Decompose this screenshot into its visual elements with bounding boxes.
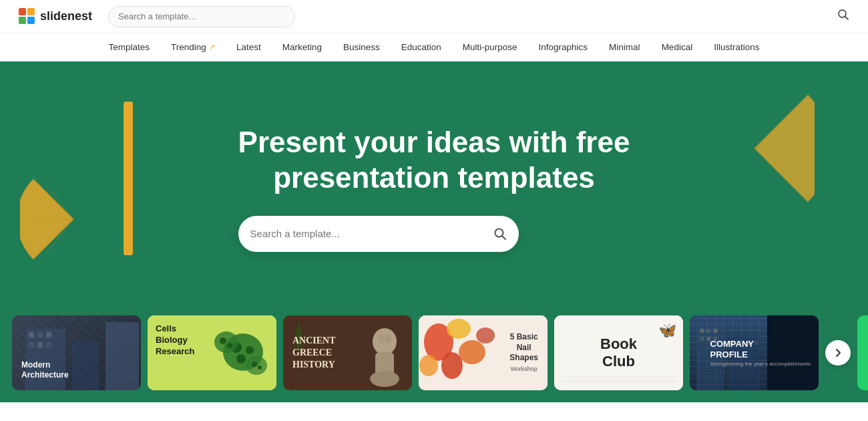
svg-rect-18 bbox=[37, 342, 43, 347]
card-3-title: ANCIENTGREECEHISTORY bbox=[292, 335, 336, 372]
svg-rect-17 bbox=[29, 342, 34, 347]
nav-trending[interactable]: Trending ↗ bbox=[171, 42, 215, 52]
card-4-title: 5 BasicNailShapesWorkshop bbox=[509, 332, 538, 374]
main-nav: Templates Trending ↗ Latest Marketing Bu… bbox=[0, 33, 868, 61]
svg-point-24 bbox=[214, 331, 238, 353]
card-2-title: CellsBiologyResearch bbox=[156, 323, 195, 358]
svg-point-39 bbox=[419, 355, 438, 376]
svg-point-23 bbox=[236, 354, 246, 364]
card-book-club[interactable]: BookClub 🦋 bbox=[554, 315, 683, 390]
svg-point-26 bbox=[227, 343, 232, 348]
nav-templates[interactable]: Templates bbox=[109, 42, 150, 52]
deco-right-shape bbox=[694, 88, 815, 211]
svg-point-29 bbox=[258, 366, 262, 370]
svg-point-36 bbox=[447, 319, 471, 339]
svg-rect-14 bbox=[29, 332, 34, 337]
hero-search-container bbox=[238, 216, 519, 252]
svg-point-37 bbox=[459, 340, 485, 364]
hero-banner: Present your ideas with free presentatio… bbox=[0, 61, 868, 315]
logo-text: slidenest bbox=[40, 9, 92, 23]
search-icon bbox=[493, 227, 507, 241]
svg-line-5 bbox=[845, 17, 849, 20]
logo[interactable]: slidenest bbox=[19, 8, 92, 25]
svg-rect-47 bbox=[713, 329, 717, 333]
card-6-subtitle: Strengthening the year's accomplishments bbox=[710, 361, 811, 368]
svg-point-25 bbox=[220, 337, 226, 344]
deco-left-shape bbox=[20, 166, 127, 275]
svg-rect-48 bbox=[700, 337, 704, 341]
hero-search-input[interactable] bbox=[250, 228, 493, 239]
nav-marketing[interactable]: Marketing bbox=[282, 42, 322, 52]
svg-rect-45 bbox=[700, 329, 704, 333]
book-lines bbox=[561, 374, 676, 387]
card-6-title: COMPANYPROFILE Strengthening the year's … bbox=[710, 339, 811, 368]
trending-arrow-icon: ↗ bbox=[209, 43, 215, 51]
chevron-right-icon bbox=[833, 347, 843, 358]
nav-latest[interactable]: Latest bbox=[236, 42, 261, 52]
header-search-input[interactable] bbox=[108, 6, 295, 27]
biology-blobs bbox=[213, 322, 273, 382]
card-5-title: BookClub bbox=[600, 335, 637, 371]
hero-title: Present your ideas with free presentatio… bbox=[238, 125, 630, 196]
card-company-profile[interactable]: COMPANYPROFILE Strengthening the year's … bbox=[690, 315, 819, 390]
nav-minimal[interactable]: Minimal bbox=[609, 42, 640, 52]
svg-point-28 bbox=[252, 362, 257, 367]
svg-point-22 bbox=[246, 346, 254, 354]
svg-rect-3 bbox=[27, 17, 35, 24]
logo-icon bbox=[19, 8, 36, 25]
svg-rect-19 bbox=[46, 342, 51, 347]
template-cards-section: ModernArchitecture CellsBiologyResearch bbox=[0, 315, 868, 402]
nav-illustrations[interactable]: Illustrations bbox=[714, 42, 759, 52]
card-partial-preview bbox=[857, 315, 868, 390]
svg-point-30 bbox=[373, 328, 397, 355]
hero-search-button[interactable] bbox=[493, 227, 507, 241]
card-cells-biology[interactable]: CellsBiologyResearch bbox=[148, 315, 276, 390]
svg-rect-12 bbox=[72, 342, 99, 390]
svg-point-32 bbox=[370, 371, 399, 387]
butterfly-icon: 🦋 bbox=[658, 322, 676, 339]
hero-content: Present your ideas with free presentatio… bbox=[238, 125, 630, 252]
nav-education[interactable]: Education bbox=[401, 42, 441, 52]
svg-point-38 bbox=[441, 352, 463, 379]
svg-rect-16 bbox=[46, 332, 51, 337]
header: slidenest bbox=[0, 0, 868, 33]
svg-point-34 bbox=[385, 334, 391, 343]
bust-icon bbox=[363, 327, 407, 390]
card-1-title: ModernArchitecture bbox=[21, 360, 69, 381]
card-modern-architecture[interactable]: ModernArchitecture bbox=[12, 315, 141, 390]
svg-rect-13 bbox=[105, 322, 139, 390]
svg-point-33 bbox=[378, 334, 385, 343]
nav-infographics[interactable]: Infographics bbox=[539, 42, 588, 52]
nav-business[interactable]: Business bbox=[343, 42, 380, 52]
card-ancient-greece[interactable]: ANCIENTGREECEHISTORY bbox=[283, 315, 412, 390]
svg-rect-46 bbox=[706, 329, 710, 333]
svg-rect-15 bbox=[37, 332, 43, 337]
header-search-icon[interactable] bbox=[837, 9, 849, 24]
svg-rect-2 bbox=[19, 17, 26, 24]
svg-rect-1 bbox=[27, 8, 35, 15]
svg-rect-0 bbox=[19, 8, 26, 15]
nav-medical[interactable]: Medical bbox=[662, 42, 693, 52]
svg-line-10 bbox=[502, 236, 505, 239]
next-button[interactable] bbox=[825, 340, 851, 366]
card-nail-shapes[interactable]: 5 BasicNailShapesWorkshop bbox=[419, 315, 548, 390]
nav-multipurpose[interactable]: Multi-purpose bbox=[463, 42, 517, 52]
svg-point-40 bbox=[476, 327, 495, 343]
